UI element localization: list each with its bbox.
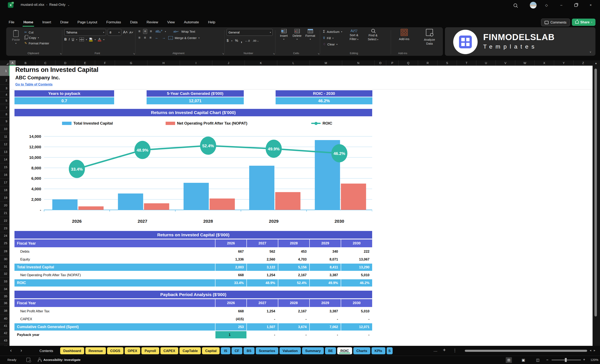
sheet-tab-be[interactable]: BE <box>325 347 336 354</box>
table-header-2028[interactable]: 2028 <box>278 239 309 247</box>
row-label[interactable]: Payback year <box>14 331 215 338</box>
row-header-20[interactable]: 20 <box>0 202 9 209</box>
alignment-dialog-launcher[interactable]: ↘ <box>222 52 224 55</box>
column-header-R[interactable]: R <box>418 60 438 66</box>
increase-indent-button[interactable]: → <box>161 36 167 40</box>
row-header-40[interactable]: 40 <box>0 315 9 322</box>
macro-record-icon[interactable] <box>27 358 30 362</box>
column-header-A[interactable]: A <box>9 60 16 66</box>
menu-tab-page-layout[interactable]: Page Layout <box>77 19 98 25</box>
sheet-tab-capital[interactable]: Capital <box>202 347 220 354</box>
row-header-22[interactable]: 22 <box>0 217 9 225</box>
vertical-scrollbar[interactable]: ▲ <box>592 60 600 346</box>
close-button[interactable]: × <box>588 2 594 8</box>
row-header-44[interactable]: 44 <box>0 344 9 346</box>
decrease-decimal-button[interactable]: .00→ <box>253 39 259 42</box>
sheet-tab-cf[interactable]: CF <box>232 347 242 354</box>
sheet-tab-cogs[interactable]: COGS <box>107 347 123 354</box>
row-label[interactable]: Total Invested Capital <box>14 264 215 271</box>
cell-2028[interactable]: 52.4% <box>278 279 309 287</box>
cell-2029[interactable]: 8,411 <box>309 264 341 271</box>
sheet-title-cell[interactable]: Returns on Invested Capital <box>15 66 98 73</box>
fill-color-button[interactable]: ⛟ <box>89 38 93 41</box>
addins-button[interactable]: Add-ins <box>399 37 409 41</box>
menu-tab-home[interactable]: Home <box>23 19 34 25</box>
sheet-tab-summary[interactable]: Summary <box>302 347 324 354</box>
wrap-text-button[interactable]: Wrap Text <box>181 30 195 33</box>
column-header-C[interactable]: C <box>36 60 56 66</box>
paste-button[interactable]: Paste▾ <box>9 29 22 46</box>
row-header-5[interactable]: 5 <box>0 98 9 104</box>
cell-2028[interactable]: 4,703 <box>278 256 309 263</box>
merge-center-button[interactable]: Merge & Center <box>175 36 197 40</box>
row-label[interactable]: Cumulative Cash Generated (Spent) <box>14 323 215 330</box>
cell-2029[interactable]: - <box>309 331 341 338</box>
clear-button[interactable]: ♢Clear▾ <box>322 42 343 47</box>
cell-2026[interactable]: 2,003 <box>215 264 246 271</box>
borders-icon[interactable] <box>79 38 84 41</box>
sheet-tab-valuation[interactable]: Valuation <box>280 347 301 354</box>
sheet-tab-captable[interactable]: CapTable <box>179 347 201 354</box>
cell-2030[interactable]: 46.2% <box>341 279 372 287</box>
sheet-tab-kpis[interactable]: KPIs <box>372 347 385 354</box>
sheet-tab-payroll[interactable]: Payroll <box>141 347 159 354</box>
table-header-2028[interactable]: 2028 <box>278 299 309 307</box>
row-label[interactable]: CAPEX <box>14 315 215 323</box>
menu-tab-file[interactable]: File <box>8 19 15 25</box>
table-header-fiscal-year[interactable]: Fiscal Year <box>14 239 215 247</box>
row-header-31[interactable]: 31 <box>0 263 9 270</box>
column-header-D[interactable]: D <box>56 60 75 66</box>
table-header-2027[interactable]: 2027 <box>246 239 278 247</box>
cell-2029[interactable]: 340 <box>309 248 341 255</box>
cell-2029[interactable]: - <box>309 315 341 323</box>
align-right-button[interactable]: ≡ <box>149 36 152 40</box>
row-header-17[interactable]: 17 <box>0 179 9 186</box>
sheet-menu-icon[interactable]: ⋮ <box>453 348 457 353</box>
row-header-43[interactable]: 43 <box>0 337 9 344</box>
title-caret-icon[interactable]: ⌄ <box>68 3 70 6</box>
roic-chart[interactable]: 14,00012,00010,0008,0006,0004,0002,000-2… <box>14 118 372 227</box>
decrease-indent-button[interactable]: ← <box>154 36 159 40</box>
premium-diamond-icon[interactable]: ◇ <box>543 2 550 8</box>
table-header-2030[interactable]: 2030 <box>341 239 372 247</box>
column-header-X[interactable]: X <box>535 60 554 66</box>
table-header-2029[interactable]: 2029 <box>309 239 341 247</box>
cell-2030[interactable]: 13,067 <box>341 256 372 263</box>
cell-2030[interactable]: 222 <box>341 248 372 255</box>
font-color-button[interactable]: A <box>98 38 101 41</box>
column-header-M[interactable]: M <box>310 60 342 66</box>
row-header-14[interactable]: 14 <box>0 156 9 164</box>
sheet-tab-bs[interactable]: BS <box>244 347 254 354</box>
row-header-35[interactable]: 35 <box>0 293 9 300</box>
orientation-button[interactable]: ab⤢ <box>155 29 163 34</box>
column-header-Q[interactable]: Q <box>399 60 418 66</box>
prev-sheet-icon[interactable]: ‹ <box>8 348 14 353</box>
row-header-32[interactable]: 32 <box>0 270 9 278</box>
cell-2028[interactable]: 3,674 <box>278 323 309 330</box>
search-icon[interactable] <box>512 2 518 8</box>
row-header-42[interactable]: 42 <box>0 329 9 337</box>
row-header-4[interactable]: 4 <box>0 92 9 98</box>
column-header-L[interactable]: L <box>277 60 310 66</box>
cell-2028[interactable]: 453 <box>278 248 309 255</box>
add-sheet-button[interactable]: + <box>443 347 446 353</box>
cell-2026[interactable]: 1 <box>215 331 246 338</box>
column-header-W[interactable]: W <box>515 60 535 66</box>
row-header-41[interactable]: 41 <box>0 322 9 329</box>
page-layout-view-button[interactable]: ▣ <box>520 357 526 363</box>
cut-button[interactable]: ✂Cut <box>24 30 50 35</box>
cell-2026[interactable]: 33.4% <box>215 279 246 287</box>
number-dialog-launcher[interactable]: ↘ <box>273 52 275 55</box>
underline-button[interactable]: U <box>72 38 74 41</box>
sheet-tab-opex[interactable]: OPEX <box>125 347 141 354</box>
kpi-value[interactable]: 12,071 <box>147 97 244 104</box>
page-break-view-button[interactable]: ◫ <box>535 357 541 363</box>
cell-2030[interactable]: - <box>341 331 372 338</box>
menu-tab-draw[interactable]: Draw <box>60 19 69 25</box>
column-header-S[interactable]: S <box>438 60 457 66</box>
insert-cells-button[interactable]: ←Insert▾ <box>277 29 290 40</box>
font-dialog-launcher[interactable]: ↘ <box>133 52 135 55</box>
sheet-tab-roic[interactable]: ROIC <box>337 347 352 354</box>
row-header-30[interactable]: 30 <box>0 255 9 263</box>
row-header-34[interactable]: 34 <box>0 285 9 293</box>
